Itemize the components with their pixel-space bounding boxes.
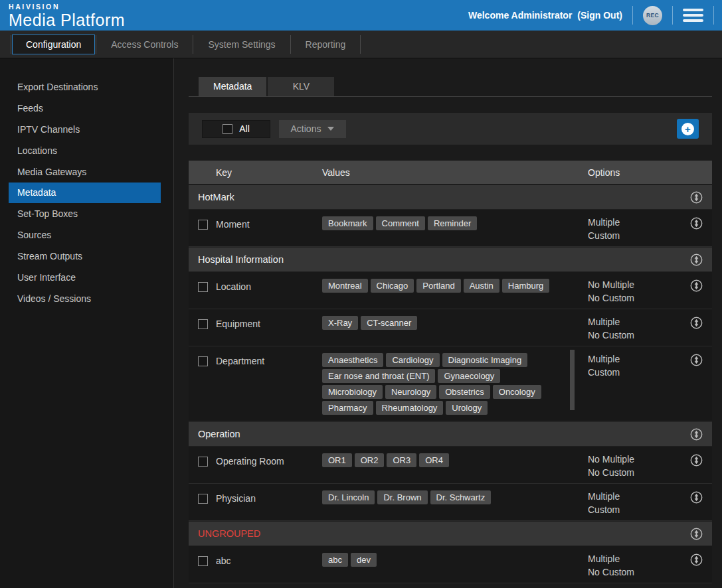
key-label: Physician [216, 493, 256, 504]
options-cell: MultipleNo Custom [588, 546, 680, 579]
key-cell: Department [189, 346, 322, 366]
header-right: Welcome Administrator(Sign Out) REC [468, 6, 722, 25]
value-tag: Dr. Schwartz [430, 490, 492, 504]
value-line: X-RayCT-scanner [322, 316, 588, 332]
key-label: Location [216, 281, 251, 292]
metadata-row-abc[interactable]: abcabcdevMultipleNo Custom [189, 546, 712, 583]
add-metadata-button[interactable]: + [677, 119, 699, 139]
metadata-row-department[interactable]: DepartmentAnaestheticsCardiologyDiagnost… [189, 346, 712, 421]
menu-icon[interactable] [683, 7, 703, 23]
row-checkbox[interactable] [198, 220, 208, 230]
key-cell: abc [189, 546, 322, 566]
row-checkbox[interactable] [198, 282, 208, 292]
group-move-cell [680, 191, 712, 204]
values-scrollbar[interactable] [570, 350, 575, 410]
key-label: Equipment [216, 319, 260, 329]
content-panel: MetadataKLV All Actions + KeyValuesOptio… [174, 58, 722, 588]
move-reorder-icon[interactable] [690, 317, 703, 329]
row-move-cell [680, 346, 712, 366]
move-reorder-icon[interactable] [690, 217, 703, 230]
chevron-down-icon [327, 127, 334, 131]
row-move-cell [680, 210, 712, 230]
welcome-label: Welcome Administrator [468, 10, 572, 21]
value-tag: Ear nose and throat (ENT) [322, 369, 435, 383]
group-name: HotMark [189, 192, 680, 202]
option-line: Multiple [588, 552, 680, 565]
row-checkbox[interactable] [198, 556, 208, 566]
sidebar-item-feeds[interactable]: Feeds [0, 98, 173, 119]
values-cell: MontrealChicagoPortlandAustinHamburg [322, 272, 588, 299]
move-reorder-icon[interactable] [690, 191, 703, 204]
actions-dropdown[interactable]: Actions [279, 120, 346, 138]
actions-label: Actions [291, 123, 321, 134]
sidebar-item-set-top-boxes[interactable]: Set-Top Boxes [0, 203, 173, 224]
value-line: Dr. LincolnDr. BrownDr. Schwartz [322, 490, 588, 506]
options-cell: MultipleNo Custom [588, 309, 680, 342]
sidebar-item-sources[interactable]: Sources [0, 224, 173, 246]
group-row-ungrouped: UNGROUPED [189, 521, 712, 546]
value-line: PharmacyRheumatologyUrology [322, 401, 588, 417]
row-checkbox[interactable] [198, 494, 208, 504]
value-tag: Microbiology [322, 385, 383, 399]
nav-tab-access-controls[interactable]: Access Controls [97, 35, 192, 54]
group-move-cell [680, 254, 712, 266]
value-tag: Oncology [493, 385, 541, 399]
select-all-button[interactable]: All [202, 120, 270, 138]
sidebar-item-iptv-channels[interactable]: IPTV Channels [0, 119, 173, 140]
move-reorder-icon[interactable] [690, 553, 703, 566]
move-reorder-icon[interactable] [690, 491, 703, 504]
metadata-row-physician[interactable]: PhysicianDr. LincolnDr. BrownDr. Schwart… [189, 484, 712, 521]
metadata-row-equipment[interactable]: EquipmentX-RayCT-scannerMultipleNo Custo… [189, 309, 712, 346]
move-reorder-icon[interactable] [690, 528, 703, 540]
move-reorder-icon[interactable] [690, 279, 703, 292]
option-line: Multiple [588, 352, 680, 366]
option-line: Multiple [588, 216, 680, 229]
tab-metadata[interactable]: Metadata [199, 77, 266, 96]
metadata-row-location[interactable]: LocationMontrealChicagoPortlandAustinHam… [189, 272, 712, 309]
row-checkbox[interactable] [198, 319, 208, 329]
value-tag: Chicago [371, 279, 414, 293]
key-label: abc [216, 555, 231, 566]
value-tag: Bookmark [322, 216, 373, 230]
group-move-cell [680, 428, 712, 441]
column-header-options: Options [588, 167, 680, 178]
rec-button[interactable]: REC [643, 6, 662, 25]
metadata-row-moment[interactable]: MomentBookmarkCommentReminderMultipleCus… [189, 210, 712, 247]
sidebar-item-locations[interactable]: Locations [0, 140, 173, 161]
metadata-row-operating-room[interactable]: Operating RoomOR1OR2OR3OR4No MultipleNo … [189, 447, 712, 484]
sign-out-link[interactable]: (Sign Out) [577, 10, 622, 21]
nav-tab-configuration[interactable]: Configuration [12, 35, 95, 54]
row-move-cell [680, 484, 712, 504]
option-line: No Custom [588, 291, 680, 305]
welcome-text: Welcome Administrator(Sign Out) [468, 10, 622, 21]
value-tag: Portland [416, 279, 460, 293]
move-reorder-icon[interactable] [690, 254, 703, 266]
value-tag: Dr. Brown [377, 490, 427, 504]
value-tag: dev [351, 553, 377, 567]
value-tag: abc [322, 553, 348, 567]
tab-klv[interactable]: KLV [268, 77, 334, 96]
sidebar-item-export-destinations[interactable]: Export Destinations [0, 76, 173, 98]
values-cell: BookmarkCommentReminder [322, 210, 588, 236]
move-reorder-icon[interactable] [690, 428, 703, 441]
option-line: Custom [588, 366, 680, 379]
group-name: Operation [189, 429, 680, 439]
nav-tab-reporting[interactable]: Reporting [292, 35, 360, 54]
sidebar-item-user-interface[interactable]: User Interface [0, 267, 173, 288]
key-cell: Location [189, 272, 322, 292]
sidebar-item-stream-outputs[interactable]: Stream Outputs [0, 246, 173, 267]
select-all-checkbox[interactable] [223, 124, 232, 134]
sidebar-item-media-gateways[interactable]: Media Gateways [0, 161, 173, 183]
value-line: abcdev [322, 553, 588, 569]
nav-divider [193, 35, 193, 54]
move-reorder-icon[interactable] [690, 454, 703, 467]
value-tag: CT-scanner [361, 316, 417, 330]
nav-tab-system-settings[interactable]: System Settings [194, 35, 289, 54]
sidebar-item-metadata[interactable]: Metadata [9, 183, 161, 203]
row-checkbox[interactable] [198, 356, 208, 366]
value-tag: Reminder [428, 216, 477, 230]
sidebar-item-videos-sessions[interactable]: Videos / Sessions [0, 288, 173, 309]
option-line: No Custom [588, 466, 680, 479]
move-reorder-icon[interactable] [690, 354, 703, 366]
row-checkbox[interactable] [198, 457, 208, 467]
